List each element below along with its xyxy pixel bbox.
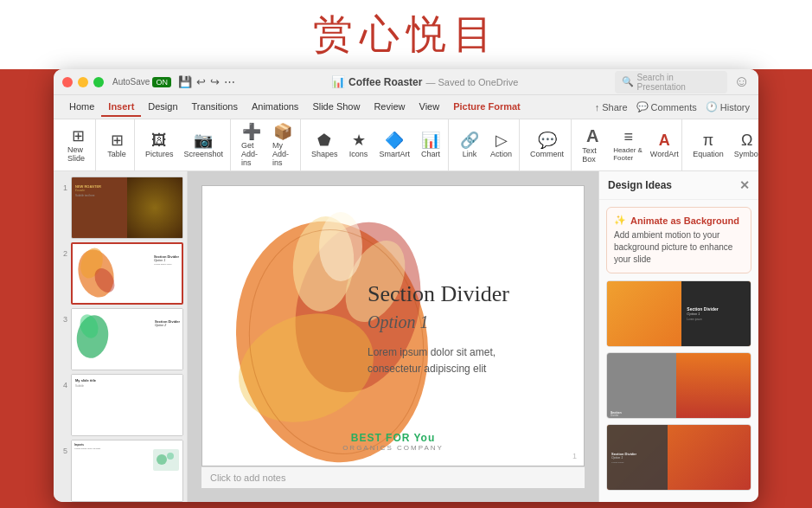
- slide-thumbnail-3[interactable]: Section Divider Option 2: [71, 308, 183, 370]
- my-addins-button[interactable]: 📦 My Add-ins: [269, 122, 297, 169]
- pictures-icon: 🖼: [151, 132, 167, 148]
- svg-point-6: [167, 453, 174, 460]
- action-icon: ▷: [496, 132, 508, 148]
- section-subtitle: Option 1: [368, 312, 540, 332]
- ribbon-group-links: 🔗 Link ▷ Action: [452, 119, 520, 170]
- slide-panel: 1 NEW ROASTER Ecuador Subtitle text here: [54, 171, 188, 502]
- link-button[interactable]: 🔗 Link: [456, 131, 483, 160]
- ribbon-group-text: A Text Box ≡ Header & Footer A WordArt: [575, 119, 682, 170]
- notes-placeholder: Click to add notes: [210, 473, 285, 483]
- save-icon[interactable]: 💾: [178, 75, 192, 88]
- symbol-button[interactable]: Ω Symbol: [731, 131, 758, 160]
- history-button[interactable]: 🕐 History: [706, 101, 750, 113]
- undo-icon[interactable]: ↩: [196, 75, 206, 88]
- equation-button[interactable]: π Equation: [689, 131, 727, 160]
- minimize-button[interactable]: [78, 77, 88, 87]
- design-panel-close[interactable]: ✕: [739, 178, 750, 192]
- tab-slideshow[interactable]: Slide Show: [305, 98, 367, 117]
- comments-button[interactable]: 💬 Comments: [636, 101, 697, 113]
- new-slide-button[interactable]: ⊞ New Slide: [64, 126, 92, 164]
- list-item[interactable]: 2 Section Divider Option 1: [57, 242, 183, 305]
- slide-thumbnail-1[interactable]: NEW ROASTER Ecuador Subtitle text here: [71, 177, 183, 239]
- comments-icon: 💬: [636, 101, 649, 113]
- slide-text-content: Section Divider Option 1 Lorem ipsum dol…: [368, 281, 540, 377]
- tab-review[interactable]: Review: [367, 98, 412, 117]
- wordart-icon: A: [659, 132, 670, 148]
- tab-design[interactable]: Design: [141, 98, 184, 117]
- tab-insert[interactable]: Insert: [101, 98, 141, 117]
- blob-svg-thumb2: [74, 246, 126, 302]
- link-icon: 🔗: [460, 132, 479, 148]
- shapes-button[interactable]: ⬟ Shapes: [308, 131, 342, 160]
- sparkle-icon: ✨: [614, 215, 626, 226]
- new-slide-icon: ⊞: [72, 128, 85, 144]
- autosave-badge: AutoSave ON: [112, 77, 171, 87]
- design-panel-title: Design Ideas: [608, 179, 672, 191]
- ribbon-right-actions: ↑ Share 💬 Comments 🕐 History: [595, 101, 750, 113]
- icons-button[interactable]: ★ Icons: [345, 131, 373, 160]
- notes-bar[interactable]: Click to add notes: [201, 466, 585, 488]
- ribbon-group-addins: ➕ Get Add-ins 📦 My Add-ins: [234, 119, 301, 170]
- get-addins-button[interactable]: ➕ Get Add-ins: [238, 122, 265, 169]
- close-button[interactable]: [62, 77, 73, 87]
- ribbon-group-symbols: π Equation Ω Symbol: [686, 119, 758, 170]
- tab-picture-format[interactable]: Picture Format: [446, 98, 527, 117]
- doc-title: Coffee Roaster: [348, 76, 422, 88]
- list-item[interactable]: 1 NEW ROASTER Ecuador Subtitle text here: [57, 177, 183, 239]
- wordart-button[interactable]: A WordArt: [650, 131, 678, 160]
- slide-corner: 1: [572, 452, 577, 460]
- ribbon-toolbar: ⊞ New Slide ⊞ Table 🖼 Pictures 📷 Screens…: [54, 119, 758, 171]
- design-idea-1[interactable]: Section Divider Option 1 Lorem ipsum: [606, 280, 751, 347]
- slide-thumbnail-4[interactable]: My slide title Subtitle: [71, 374, 183, 436]
- smartart-button[interactable]: 🔷 SmartArt: [376, 131, 414, 160]
- screenshot-icon: 📷: [194, 132, 213, 148]
- svg-point-5: [157, 454, 167, 465]
- header-footer-icon: ≡: [623, 129, 633, 145]
- table-button[interactable]: ⊞ Table: [103, 131, 131, 160]
- tab-animations[interactable]: Animations: [245, 98, 305, 117]
- animate-bg-title: ✨ Animate as Background: [614, 215, 744, 226]
- share-icon: ↑: [595, 102, 600, 113]
- main-slide-canvas[interactable]: Section Divider Option 1 Lorem ipsum dol…: [201, 185, 585, 466]
- comment-icon: 💬: [538, 132, 557, 148]
- list-item[interactable]: 4 My slide title Subtitle: [57, 374, 183, 436]
- redo-icon[interactable]: ↪: [210, 75, 220, 88]
- search-icon: 🔍: [622, 76, 634, 87]
- list-item[interactable]: 5 Imports Lorem ipsum dolor sit amet: [57, 440, 183, 502]
- more-icon[interactable]: ⋯: [224, 75, 235, 88]
- ribbon-group-table: ⊞ Table: [99, 119, 135, 170]
- textbox-button[interactable]: A Text Box: [579, 125, 606, 165]
- addins-icon: ➕: [242, 124, 261, 139]
- animate-bg-card[interactable]: ✨ Animate as Background Add ambient moti…: [606, 207, 751, 273]
- chart-icon: 📊: [421, 132, 440, 148]
- main-area: 1 NEW ROASTER Ecuador Subtitle text here: [54, 171, 758, 502]
- design-panel: Design Ideas ✕ ✨ Animate as Background A…: [598, 171, 758, 502]
- screenshot-button[interactable]: 📷 Screenshot: [181, 131, 227, 160]
- header-footer-button[interactable]: ≡ Header & Footer: [610, 127, 647, 164]
- ribbon-group-slide: ⊞ New Slide: [61, 119, 96, 170]
- symbol-icon: Ω: [741, 132, 752, 148]
- tab-transitions[interactable]: Transitions: [185, 98, 245, 117]
- slide-thumbnail-2[interactable]: Section Divider Option 1 Lorem ipsum dol…: [71, 242, 183, 305]
- textbox-icon: A: [586, 127, 598, 145]
- pictures-button[interactable]: 🖼 Pictures: [142, 131, 177, 160]
- maximize-button[interactable]: [93, 77, 104, 87]
- user-icon[interactable]: ☺: [734, 73, 750, 91]
- title-bar: AutoSave ON 💾 ↩ ↪ ⋯ 📊 Coffee Roaster — S…: [54, 69, 758, 95]
- ribbon-tabs: Home Insert Design Transitions Animation…: [54, 95, 758, 119]
- list-item[interactable]: 3 Section Divider Option 2: [57, 308, 183, 370]
- tab-home[interactable]: Home: [62, 98, 101, 117]
- share-button[interactable]: ↑ Share: [595, 101, 628, 113]
- equation-icon: π: [703, 132, 713, 148]
- chart-button[interactable]: 📊 Chart: [417, 131, 444, 160]
- animate-bg-desc: Add ambient motion to your background pi…: [614, 229, 744, 266]
- tab-view[interactable]: View: [412, 98, 447, 117]
- design-idea-3[interactable]: Section Divider Option 1 Lorem ipsum: [606, 424, 751, 491]
- shapes-icon: ⬟: [317, 132, 331, 148]
- design-idea-2[interactable]: Section Divider: [606, 352, 751, 419]
- slide-thumbnail-5[interactable]: Imports Lorem ipsum dolor sit amet: [71, 440, 183, 502]
- comment-button[interactable]: 💬 Comment: [527, 131, 567, 160]
- blob-svg-thumb3: [74, 311, 121, 363]
- search-box[interactable]: 🔍 Search in Presentation: [615, 71, 727, 93]
- action-button[interactable]: ▷ Action: [487, 131, 515, 160]
